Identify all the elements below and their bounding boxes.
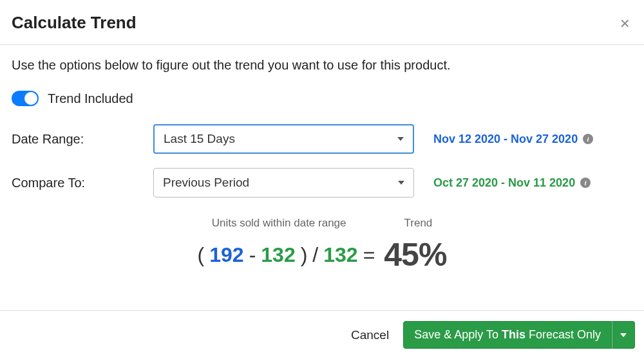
trend-result: 45% — [384, 236, 446, 273]
info-icon[interactable]: i — [583, 134, 593, 144]
save-text-emph: This — [502, 328, 526, 341]
info-icon[interactable]: i — [580, 178, 591, 188]
date-range-display: Nov 12 2020 - Nov 27 2020 i — [433, 133, 593, 146]
calculation-block: Units sold within date range Trend ( 192… — [12, 217, 632, 273]
intro-text: Use the options below to figure out the … — [12, 58, 632, 73]
caret-down-icon — [620, 333, 627, 337]
compare-to-select[interactable]: Previous Period — [153, 168, 414, 198]
trend-included-label: Trend Included — [48, 91, 133, 106]
save-text-prefix: Save & Apply To — [414, 328, 502, 341]
dialog-footer: Cancel Save & Apply To This Forecast Onl… — [0, 310, 644, 359]
cancel-button[interactable]: Cancel — [351, 328, 389, 342]
divisor-value: 132 — [323, 243, 357, 267]
compare-to-selected-value: Previous Period — [163, 176, 249, 190]
chevron-down-icon — [398, 181, 404, 185]
trend-included-toggle[interactable] — [12, 91, 39, 106]
date-range-row: Date Range: Last 15 Days Nov 12 2020 - N… — [12, 124, 632, 154]
units-sold-heading: Units sold within date range — [212, 217, 346, 230]
save-text-suffix: Forecast Only — [526, 328, 601, 341]
save-button-group: Save & Apply To This Forecast Only — [403, 321, 635, 349]
date-range-selected-value: Last 15 Days — [164, 132, 235, 146]
compare-to-row: Compare To: Previous Period Oct 27 2020 … — [12, 168, 632, 198]
chevron-down-icon — [397, 137, 404, 141]
dialog-title: Calculate Trend — [12, 13, 137, 33]
current-units-value: 192 — [209, 243, 243, 267]
trend-formula: ( 192 - 132 ) / 132 = 45% — [12, 236, 632, 273]
save-apply-button[interactable]: Save & Apply To This Forecast Only — [403, 321, 612, 349]
close-icon[interactable]: × — [618, 15, 632, 32]
date-range-label: Date Range: — [12, 132, 134, 147]
toggle-knob — [24, 92, 37, 105]
compare-units-value: 132 — [261, 243, 295, 267]
compare-to-label: Compare To: — [12, 176, 134, 190]
trend-heading: Trend — [404, 217, 433, 230]
save-dropdown-button[interactable] — [612, 321, 635, 349]
date-range-text: Nov 12 2020 - Nov 27 2020 — [433, 133, 578, 146]
compare-to-display: Oct 27 2020 - Nov 11 2020 i — [433, 176, 591, 190]
date-range-select[interactable]: Last 15 Days — [153, 124, 414, 154]
compare-to-text: Oct 27 2020 - Nov 11 2020 — [433, 176, 575, 190]
trend-included-toggle-row: Trend Included — [12, 91, 632, 106]
